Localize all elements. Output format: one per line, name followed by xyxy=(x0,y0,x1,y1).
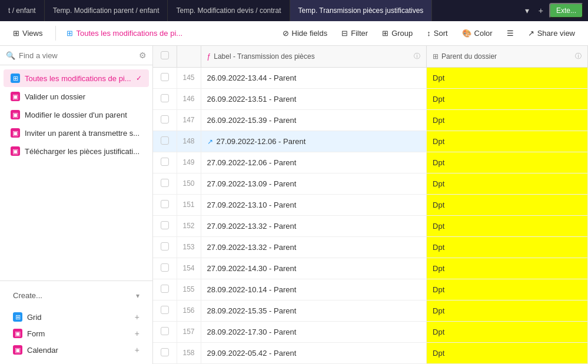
footer-item-form[interactable]: ▣ Form + xyxy=(7,325,145,342)
row-checkbox[interactable] xyxy=(161,327,169,335)
row-checkbox[interactable] xyxy=(161,73,169,81)
sidebar-items-list: ⊞ Toutes les modifications de pi... ✓ ▣ … xyxy=(0,65,152,280)
filter-button[interactable]: ⊟ Filter xyxy=(335,26,374,41)
sort-label: Sort xyxy=(434,29,448,38)
row-checkbox[interactable] xyxy=(161,348,169,356)
row-checkbox-cell xyxy=(153,300,177,321)
row-checkbox[interactable] xyxy=(161,221,169,229)
row-number: 150 xyxy=(177,173,201,194)
row-checkbox[interactable] xyxy=(161,136,169,145)
row-checkbox-cell xyxy=(153,109,177,131)
table-row: 15427.09.2022-14.30 - ParentDpt xyxy=(153,258,588,279)
row-checkbox[interactable] xyxy=(161,306,169,314)
hide-fields-label: Hide fields xyxy=(292,29,328,38)
header-checkbox[interactable] xyxy=(161,51,169,59)
sort-button[interactable]: ↕ Sort xyxy=(421,26,453,41)
hide-fields-button[interactable]: ⊘ Hide fields xyxy=(277,26,334,41)
row-checkbox-cell xyxy=(153,88,177,109)
create-button[interactable]: Create... ▾ xyxy=(7,287,145,304)
grid-view-icon: ⊞ xyxy=(67,29,73,38)
sidebar-item-all-mods[interactable]: ⊞ Toutes les modifications de pi... ✓ xyxy=(4,69,149,87)
tab-0[interactable]: t / enfant xyxy=(0,0,45,21)
tab-1[interactable]: Temp. Modification parent / enfant xyxy=(45,0,168,21)
row-checkbox[interactable] xyxy=(161,200,169,208)
plus-icon-form[interactable]: + xyxy=(135,329,139,338)
row-parent-cell: Dpt xyxy=(427,300,588,321)
row-number: 156 xyxy=(177,300,201,321)
sidebar-footer-items: ⊞ Grid + ▣ Form + ▣ Calendar xyxy=(7,306,145,358)
table-row: 15327.09.2022-13.32 - ParentDpt xyxy=(153,236,588,258)
footer-item-calendar-label: Calendar xyxy=(27,346,58,355)
form-footer-icon: ▣ xyxy=(13,329,22,338)
row-number: 146 xyxy=(177,88,201,109)
toolbar-views-section: ⊞ Views xyxy=(7,26,56,41)
expand-row-icon[interactable]: ↗ xyxy=(207,138,213,146)
row-number: 158 xyxy=(177,342,201,363)
settings-icon[interactable]: ⚙ xyxy=(139,51,147,60)
tab-2[interactable]: Temp. Modification devis / contrat xyxy=(168,0,290,21)
th-label-text: Label - Transmission des pièces xyxy=(214,52,314,61)
row-checkbox-cell xyxy=(153,321,177,342)
footer-item-grid[interactable]: ⊞ Grid + xyxy=(7,309,145,325)
sidebar-item-telecharger[interactable]: ▣ Télécharger les pièces justificati... xyxy=(4,142,149,160)
sidebar-item-inviter[interactable]: ▣ Inviter un parent à transmettre s... xyxy=(4,124,149,142)
footer-item-calendar[interactable]: ▣ Calendar + xyxy=(7,342,145,358)
tab-add-button[interactable]: + xyxy=(535,4,547,18)
plus-icon-calendar[interactable]: + xyxy=(135,345,139,355)
row-number: 148 xyxy=(177,131,201,152)
row-number: 153 xyxy=(177,236,201,258)
color-button[interactable]: 🎨 Color xyxy=(456,26,499,41)
calendar-footer-icon: ▣ xyxy=(13,345,22,355)
row-checkbox[interactable] xyxy=(161,263,169,272)
sidebar-item-modifier[interactable]: ▣ Modifier le dossier d'un parent xyxy=(4,106,149,123)
tab-chevron-button[interactable]: ▾ xyxy=(521,4,533,18)
table-row: 15127.09.2022-13.10 - ParentDpt xyxy=(153,194,588,215)
chevron-down-icon: ▾ xyxy=(136,292,139,300)
row-label-cell: 28.09.2022-10.14 - Parent xyxy=(201,279,427,300)
row-parent-cell: Dpt xyxy=(427,109,588,131)
row-parent-cell: Dpt xyxy=(427,67,588,88)
table-row: 15628.09.2022-15.35 - ParentDpt xyxy=(153,300,588,321)
plus-icon-grid[interactable]: + xyxy=(135,312,139,322)
row-checkbox[interactable] xyxy=(161,115,169,123)
search-input[interactable] xyxy=(19,51,135,60)
content-area: ƒ Label - Transmission des pièces ⓘ ⊞ Pa… xyxy=(153,46,588,364)
row-label-cell: 27.09.2022-13.09 - Parent xyxy=(201,173,427,194)
grid-footer-icon: ⊞ xyxy=(13,312,22,322)
form-icon-2: ▣ xyxy=(11,128,20,138)
sidebar-item-valider[interactable]: ▣ Valider un dossier xyxy=(4,88,149,105)
row-checkbox[interactable] xyxy=(161,158,169,166)
active-view-label: Toutes les modifications de pi... xyxy=(76,29,182,38)
share-view-button[interactable]: ↗ Share view xyxy=(522,26,581,41)
tab-3[interactable]: Temp. Transmission pièces justificatives xyxy=(290,0,433,21)
row-label-text: 28.09.2022-15.35 - Parent xyxy=(207,306,297,315)
row-label-cell: 28.09.2022-17.30 - Parent xyxy=(201,321,427,342)
sidebar-item-label: Télécharger les pièces justificati... xyxy=(25,147,142,156)
tab-bar: t / enfant Temp. Modification parent / e… xyxy=(0,0,588,21)
row-parent-cell: Dpt xyxy=(427,131,588,152)
th-checkbox xyxy=(153,46,177,67)
row-checkbox[interactable] xyxy=(161,179,169,187)
th-rownum xyxy=(177,46,201,67)
th-grid-icon: ⊞ xyxy=(433,52,438,61)
tab-ext-button[interactable]: Exte... xyxy=(549,3,583,18)
th-parent-info-icon[interactable]: ⓘ xyxy=(575,52,582,61)
active-view-button[interactable]: ⊞ Toutes les modifications de pi... xyxy=(61,26,188,41)
views-button[interactable]: ⊞ Views xyxy=(7,26,48,41)
row-height-button[interactable]: ☰ xyxy=(501,26,520,41)
table-wrapper[interactable]: ƒ Label - Transmission des pièces ⓘ ⊞ Pa… xyxy=(153,46,588,364)
th-info-icon[interactable]: ⓘ xyxy=(414,52,420,61)
row-number: 149 xyxy=(177,152,201,173)
row-parent-cell: Dpt xyxy=(427,173,588,194)
row-label-cell: 26.09.2022-15.39 - Parent xyxy=(201,109,427,131)
row-checkbox[interactable] xyxy=(161,285,169,293)
row-checkbox-cell xyxy=(153,194,177,215)
row-label-text: 27.09.2022-13.09 - Parent xyxy=(207,179,297,188)
row-label-text: 27.09.2022-13.32 - Parent xyxy=(207,222,297,231)
table-row: 14626.09.2022-13.51 - ParentDpt xyxy=(153,88,588,109)
row-checkbox[interactable] xyxy=(161,242,169,251)
group-button[interactable]: ⊞ Group xyxy=(376,26,418,41)
row-number: 147 xyxy=(177,109,201,131)
row-parent-cell: Dpt xyxy=(427,152,588,173)
row-checkbox[interactable] xyxy=(161,94,169,102)
